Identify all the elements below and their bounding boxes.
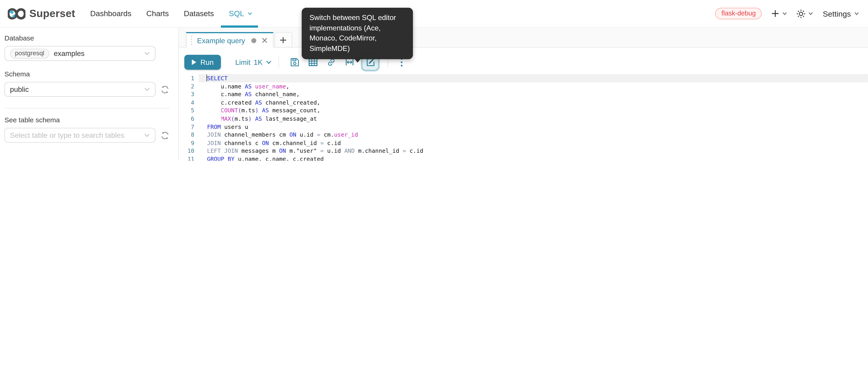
code-line-content: u.name AS user_name, [199, 82, 868, 91]
environment-badge: flask-debug [715, 8, 762, 19]
line-number: 3 [179, 90, 199, 98]
chevron-down-icon [144, 50, 150, 56]
nav-item-sql-label: SQL [229, 9, 244, 18]
nav-item-charts[interactable]: Charts [146, 0, 169, 27]
tab-drag-handle-icon[interactable] [190, 36, 193, 45]
code-line-2[interactable]: 2 u.name AS user_name, [179, 82, 868, 91]
tooltip-arrow [354, 59, 361, 63]
code-line-8[interactable]: 8JOIN channel_members cm ON u.id = cm.us… [179, 131, 868, 139]
close-tab-icon[interactable] [261, 37, 267, 43]
refresh-icon [161, 131, 169, 140]
save-icon [290, 57, 300, 67]
chevron-down-icon [144, 132, 150, 138]
code-line-10[interactable]: 10LEFT JOIN messages m ON m."user" = u.i… [179, 147, 868, 155]
navbar-right: flask-debug Settings [715, 8, 859, 19]
editor-tab-label: Example query [197, 36, 245, 44]
plus-icon [771, 9, 780, 18]
refresh-tables-button[interactable] [161, 131, 169, 140]
row-limit-dropdown[interactable]: Limit 1K [235, 58, 272, 66]
line-number: 11 [179, 155, 199, 161]
save-query-button[interactable] [287, 54, 303, 70]
chevron-down-icon [266, 59, 272, 65]
plus-icon [280, 36, 287, 43]
settings-menu[interactable]: Settings [823, 9, 859, 18]
database-label: Database [4, 34, 169, 42]
line-number: 4 [179, 98, 199, 107]
active-nav-underline [221, 25, 258, 28]
chevron-down-icon [808, 11, 813, 16]
line-number: 5 [179, 106, 199, 115]
code-line-1[interactable]: 1SELECT [179, 74, 868, 82]
toolbar-divider [279, 56, 279, 68]
indent-guide [221, 82, 221, 123]
code-line-content: COUNT(m.ts) AS message_count, [199, 106, 868, 115]
limit-label: Limit [235, 58, 250, 66]
code-line-3[interactable]: 3 c.name AS channel_name, [179, 90, 868, 98]
code-line-content: MAX(m.ts) AS last_message_at [199, 115, 868, 123]
superset-logo[interactable]: Superset [8, 7, 75, 20]
code-line-11[interactable]: 11GROUP BY u.name, c.name, c.created [179, 155, 868, 161]
line-number: 7 [179, 123, 199, 131]
nav-item-datasets[interactable]: Datasets [184, 0, 214, 27]
content-area: Database postgresql examples Schema publ… [0, 28, 868, 161]
nav-item-sql[interactable]: SQL [229, 0, 252, 27]
main-nav: Dashboards Charts Datasets SQL [90, 0, 252, 27]
code-line-content: c.created AS channel_created, [199, 98, 868, 107]
infinity-logo-icon [8, 7, 26, 20]
sql-lab-sidebar: Database postgresql examples Schema publ… [0, 28, 179, 161]
code-line-content: SELECT [199, 74, 868, 82]
line-number: 10 [179, 147, 199, 155]
chevron-down-icon [782, 11, 787, 16]
brand-name: Superset [29, 7, 75, 20]
sql-code-editor[interactable]: 1SELECT2 u.name AS user_name,3 c.name AS… [179, 74, 868, 161]
code-line-content: JOIN channel_members cm ON u.id = cm.use… [199, 131, 868, 139]
table-select-placeholder: Select table or type to search tables [10, 131, 124, 139]
code-line-7[interactable]: 7FROM users u [179, 123, 868, 131]
editor-switch-tooltip: Switch between SQL editor implementation… [302, 8, 413, 59]
schema-label: Schema [4, 70, 169, 78]
refresh-schemas-button[interactable] [161, 85, 169, 94]
sun-icon [797, 9, 806, 18]
editor-tab-example-query[interactable]: Example query [186, 32, 273, 47]
nav-item-dashboards[interactable]: Dashboards [90, 0, 131, 27]
code-line-4[interactable]: 4 c.created AS channel_created, [179, 98, 868, 107]
code-line-content: c.name AS channel_name, [199, 90, 868, 98]
database-engine-tag: postgresql [10, 48, 49, 58]
run-button-label: Run [200, 58, 214, 66]
chevron-down-icon [854, 11, 859, 16]
schema-select[interactable]: public [4, 82, 155, 97]
refresh-icon [161, 85, 169, 94]
new-item-dropdown[interactable] [771, 9, 787, 18]
superset-sql-lab-window: Superset Dashboards Charts Datasets SQL … [0, 0, 868, 161]
play-icon [191, 59, 196, 65]
sql-editor-lines: 1SELECT2 u.name AS user_name,3 c.name AS… [179, 74, 868, 161]
line-number: 1 [179, 74, 199, 82]
chevron-down-icon [144, 86, 150, 93]
new-tab-button[interactable] [274, 32, 292, 47]
code-line-5[interactable]: 5 COUNT(m.ts) AS message_count, [179, 106, 868, 115]
line-number: 2 [179, 82, 199, 91]
code-line-content: GROUP BY u.name, c.name, c.created [199, 155, 868, 161]
schema-select-value: public [10, 85, 29, 94]
tooltip-text: Switch between SQL editor implementation… [309, 13, 396, 52]
editor-toolbar: Run Limit 1K [184, 54, 868, 70]
limit-value: 1K [254, 58, 262, 66]
code-line-6[interactable]: 6 MAX(m.ts) AS last_message_at [179, 115, 868, 123]
code-line-content: JOIN channels c ON cm.channel_id = c.id [199, 139, 868, 147]
code-line-content: LEFT JOIN messages m ON m."user" = u.id … [199, 147, 868, 155]
code-line-9[interactable]: 9JOIN channels c ON cm.channel_id = c.id [179, 139, 868, 147]
run-query-button[interactable]: Run [184, 55, 221, 70]
chevron-down-icon [247, 11, 252, 16]
theme-toggle-dropdown[interactable] [797, 9, 813, 18]
text-cursor [206, 75, 207, 82]
line-number: 9 [179, 139, 199, 147]
sql-editor-panel: Example query Run Limit 1K [179, 28, 868, 161]
editor-tabstrip: Example query [179, 28, 868, 48]
navbar: Superset Dashboards Charts Datasets SQL … [0, 0, 868, 28]
line-number: 8 [179, 131, 199, 139]
database-select[interactable]: postgresql examples [4, 46, 155, 61]
unsaved-changes-dot [251, 38, 256, 43]
settings-label: Settings [823, 9, 851, 18]
table-select[interactable]: Select table or type to search tables [4, 128, 155, 143]
code-line-content: FROM users u [199, 123, 868, 131]
